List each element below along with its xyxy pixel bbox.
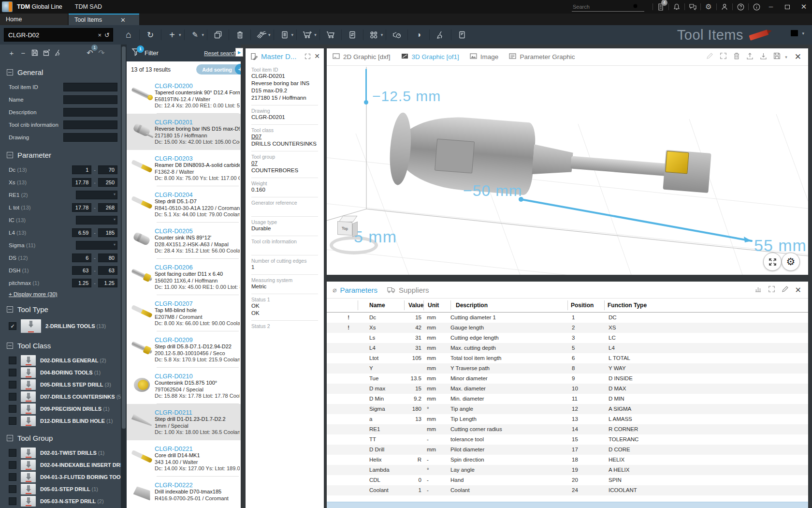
report-document-button[interactable] xyxy=(456,28,468,42)
assembly-dropdown-chevron[interactable]: ▾ xyxy=(268,32,271,37)
param-row-tue[interactable]: Tue 13.5 mm Minor diameter 9 D INSIDE xyxy=(327,374,808,384)
section-tool-group[interactable]: Tool Group xyxy=(7,434,121,442)
ds-from-input[interactable]: 6 xyxy=(72,254,91,262)
param-row-a[interactable]: a 13 mm Tip Length 13 L AMASS xyxy=(327,414,808,424)
result-item-CLGR-D0209[interactable]: CLGR-D0209 Step drill D5.8-D7.1-D12.94-D… xyxy=(127,331,241,368)
result-item-CLGR-D0221[interactable]: CLGR-D0221 Core drill D14-MK1 343 14.00 … xyxy=(127,440,241,477)
filter-tool-group-items-d02-04-indexable-insert-drill[interactable]: D02-04-INDEXABLE INSERT DRILL (1) xyxy=(0,459,121,471)
filter-tool-class-items-d05-drills-step-drill[interactable]: D05-DRILLS STEP DRILL (3) xyxy=(0,378,121,390)
splitter-collapse-button[interactable]: ▶ xyxy=(235,48,243,57)
result-item-CLGR-D0211[interactable]: CLGR-D0211 Step drill D1-D1.23-D1.7-D2.2… xyxy=(127,404,241,440)
filter-funnel-icon[interactable]: 1 xyxy=(131,48,141,58)
save-filter-as-icon[interactable] xyxy=(41,47,52,59)
checkbox[interactable] xyxy=(9,369,16,376)
pitchmax-to-input[interactable]: 1.25 xyxy=(98,279,117,287)
result-item-id[interactable]: CLGR-D0200 xyxy=(155,82,240,90)
export-parameters-icon[interactable] xyxy=(754,285,762,295)
collapse-icon[interactable] xyxy=(7,343,13,349)
l-tot-to-input[interactable]: 268 xyxy=(98,203,117,212)
section-parameter[interactable]: Parameter xyxy=(7,151,121,159)
transfer-document-button[interactable] xyxy=(346,28,359,42)
description-input[interactable] xyxy=(63,108,117,117)
close-panel-icon[interactable]: ✕ xyxy=(314,52,320,60)
param-row-xs[interactable]: ! Xs 42 mm Gauge length 2 XS xyxy=(327,323,808,333)
tab-tool-items[interactable]: Tool Items ✕ xyxy=(69,14,139,25)
notifications-bell-icon[interactable] xyxy=(670,1,683,12)
panel-layout-button[interactable]: ▾ xyxy=(790,29,805,38)
tab-suppliers[interactable]: Suppliers xyxy=(387,286,429,294)
checkbox[interactable] xyxy=(9,449,16,457)
column-header-value[interactable]: Value xyxy=(404,300,423,310)
add-sorting-button[interactable]: Add sorting+ xyxy=(196,64,241,75)
column-header-unit[interactable]: Unit xyxy=(423,300,450,310)
checkbox[interactable] xyxy=(9,417,16,425)
duplicate-button[interactable] xyxy=(212,28,224,42)
result-item-id[interactable]: CLGR-D0207 xyxy=(155,300,240,307)
news-icon[interactable]: 4 xyxy=(654,1,667,12)
result-item-CLGR-D0206[interactable]: CLGR-D0206 Spot facing cutter D11 x 6.40… xyxy=(127,259,241,295)
clear-search-icon[interactable]: × xyxy=(98,31,102,39)
master-value[interactable]: D07 xyxy=(251,133,318,140)
result-item-id[interactable]: CLGR-D0222 xyxy=(155,481,240,489)
l-tot-from-input[interactable]: 17.78 xyxy=(72,203,91,212)
result-item-CLGR-D0203[interactable]: CLGR-D0203 Reamer D8 DIN8093-A-solid car… xyxy=(127,150,241,186)
checkbox[interactable] xyxy=(9,357,16,364)
dsh-to-input[interactable]: 63 xyxy=(98,266,117,275)
edit-graphic-icon[interactable] xyxy=(706,52,713,61)
filter-tool-group-items-d04-01-3-fluted-boring-tool[interactable]: D04-01-3-FLUTED BORING TOOL (1) xyxy=(0,471,121,483)
tab-parameters[interactable]: ⌀ Parameters xyxy=(333,286,377,294)
horizontal-scrollbar[interactable] xyxy=(327,502,808,508)
param-row-ls[interactable]: Ls 31 mm Cutting edge length 3 LC xyxy=(327,333,808,343)
status-grid-button[interactable] xyxy=(368,28,380,42)
result-item-CLGR-D0204[interactable]: CLGR-D0204 Step drill D5.1-D7 R841-0510-… xyxy=(127,186,241,223)
assembly-tools-button[interactable] xyxy=(255,28,268,42)
graphic-tab-image[interactable]: Image xyxy=(470,53,499,60)
cart-export-button[interactable] xyxy=(301,28,314,42)
cart-export-chevron[interactable]: ▾ xyxy=(314,32,317,37)
expand-parameters-icon[interactable] xyxy=(768,285,775,295)
close-graphic-icon[interactable]: ✕ xyxy=(795,52,801,62)
fullscreen-graphic-icon[interactable] xyxy=(720,52,727,61)
re1-select[interactable] xyxy=(76,191,117,199)
add-button[interactable]: + xyxy=(166,28,178,42)
delete-graphic-icon[interactable] xyxy=(733,52,740,61)
view-cube[interactable]: Top xyxy=(337,216,360,239)
reset-search-link[interactable]: Reset search xyxy=(204,50,237,56)
dc-to-input[interactable]: 70 xyxy=(98,165,117,174)
result-item-id[interactable]: CLGR-D0210 xyxy=(155,373,240,380)
collapse-icon[interactable] xyxy=(7,152,13,158)
add-filter-icon[interactable]: + xyxy=(6,47,17,59)
column-header-name[interactable]: Name xyxy=(358,300,404,310)
filter-tool-class-items-d02-drills-general[interactable]: D02-DRILLS GENERAL (2) xyxy=(0,354,121,366)
section-tool-class[interactable]: Tool Class xyxy=(7,342,121,350)
undo-button[interactable]: ↶ 1 xyxy=(84,47,96,59)
param-row-sigma[interactable]: Sigma 180 ° Tip angle 12 A SIGMA xyxy=(327,404,808,414)
clear-filter-brush-icon[interactable] xyxy=(52,47,64,59)
pitchmax-from-input[interactable]: 1.25 xyxy=(72,279,91,287)
param-row-lambda[interactable]: Lambda ° Lay angle 19 A HELIX xyxy=(327,465,808,475)
checkbox[interactable] xyxy=(9,405,16,413)
param-row-tt[interactable]: TT - tolerance tool 15 TOLERANC xyxy=(327,434,808,445)
user-icon[interactable] xyxy=(718,1,731,12)
ic-select[interactable] xyxy=(76,216,117,224)
expand-panel-icon[interactable] xyxy=(304,53,311,60)
filter-tool-group-items-d05-01-step-drill[interactable]: D05-01-STEP DRILL (1) xyxy=(0,483,121,495)
home-button[interactable]: ⌂ xyxy=(122,28,135,42)
global-search[interactable] xyxy=(572,2,644,12)
contrast-button[interactable]: ◑ xyxy=(412,28,425,42)
download-graphic-icon[interactable] xyxy=(760,52,767,61)
filter-tool-group-items-d05-03-n-step-drill[interactable]: D05-03-N-STEP DRILL (2) xyxy=(0,495,121,507)
result-item-id[interactable]: CLGR-D0201 xyxy=(155,119,240,126)
param-row-ltot[interactable]: Ltot 105 mm Total tool item length 6 L T… xyxy=(327,353,808,363)
checkbox[interactable] xyxy=(9,393,16,401)
refresh-button[interactable]: ↻ xyxy=(144,28,157,42)
status-grid-chevron[interactable]: ▾ xyxy=(381,32,383,37)
name-input[interactable] xyxy=(63,95,117,104)
param-row-coolant[interactable]: Coolant 1 - Coolant 24 ICOOLANT xyxy=(327,485,808,495)
checkbox[interactable]: ✓ xyxy=(9,322,16,330)
checkbox[interactable] xyxy=(9,485,16,493)
minimize-button[interactable]: ─ xyxy=(763,0,779,14)
param-row-cdl[interactable]: CDL 0 - Hand 20 SPIN xyxy=(327,475,808,485)
help-icon[interactable] xyxy=(734,1,747,12)
drawing-input[interactable] xyxy=(63,133,117,142)
